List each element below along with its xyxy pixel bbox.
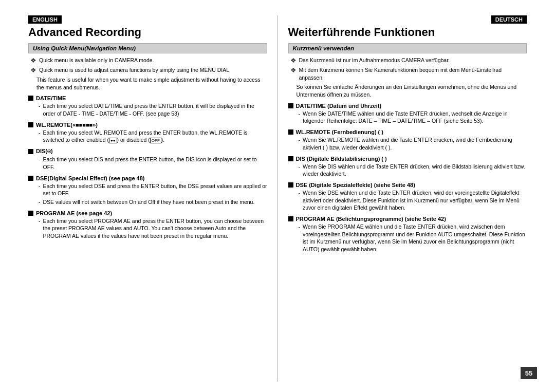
square-icon <box>288 103 293 108</box>
item-text: Wenn Sie PROGRAM AE wählen und die Taste… <box>303 223 527 253</box>
right-section-dse: DSE (Digitale Spezialeffekte) (siehe Sei… <box>288 182 527 188</box>
square-icon <box>288 216 293 221</box>
item-text: Wenn Sie DATE/TIME wählen und die Taste … <box>303 110 527 125</box>
right-title: Weiterführende Funktionen <box>288 26 527 39</box>
right-programae-item: - Wenn Sie PROGRAM AE wählen und die Tas… <box>288 223 527 253</box>
square-icon <box>288 129 293 135</box>
square-icon <box>28 149 33 154</box>
right-datetime-item: - Wenn Sie DATE/TIME wählen und die Tast… <box>288 110 527 125</box>
dash-icon: - <box>299 136 301 144</box>
section-label: DSE(Digital Special Effect) (see page 48… <box>36 175 145 181</box>
bullet-text: Quick menu is used to adjust camera func… <box>39 66 231 74</box>
bullet-symbol: ❖ <box>290 66 297 74</box>
left-datetime-item: - Each time you select DATE/TIME and pre… <box>28 102 267 117</box>
item-text: Each time you select DATE/TIME and press… <box>43 102 267 117</box>
bullet-symbol: ❖ <box>30 57 36 64</box>
dash-icon: - <box>39 217 41 225</box>
left-title: Advanced Recording <box>28 26 267 39</box>
left-dse-item-1: - Each time you select DSE and press the… <box>28 182 267 197</box>
left-column: ENGLISH Advanced Recording Using Quick M… <box>21 15 278 382</box>
dash-icon: - <box>39 102 41 110</box>
square-icon <box>28 122 33 127</box>
right-section-wlremote: WL.REMOTE (Fernbedienung) ( ) <box>288 129 527 135</box>
item-text: DSE values will not switch between On an… <box>43 198 255 206</box>
right-section-programae: PROGRAM AE (Belichtungsprogramme) (siehe… <box>288 216 527 222</box>
left-section-datetime: DATE/TIME <box>28 95 267 101</box>
square-icon <box>28 176 33 181</box>
right-section-dis: DIS (Digitale Bildstabilisierung) ( ) <box>288 156 527 162</box>
right-bullet-2: ❖ Mit dem Kurzmenü können Sie Kamerafunk… <box>288 66 527 81</box>
left-dse-item-2: - DSE values will not switch between On … <box>28 198 267 206</box>
square-icon <box>28 96 33 101</box>
left-bullet-2: ❖ Quick menu is used to adjust camera fu… <box>28 66 267 74</box>
dash-icon: - <box>39 156 41 163</box>
right-dse-item: - Wenn Sie DSE wählen und die Taste ENTE… <box>288 189 527 212</box>
bullet-text: Mit dem Kurzmenü können Sie Kamerafunkti… <box>299 66 527 81</box>
right-section-datetime: DATE/TIME (Datum und Uhrzeit) <box>288 103 527 109</box>
left-section-dse: DSE(Digital Special Effect) (see page 48… <box>28 175 267 181</box>
item-text: Each time you select WL.REMOTE and press… <box>43 129 267 144</box>
bullet-symbol: ❖ <box>30 66 36 74</box>
dash-icon: - <box>299 163 301 171</box>
dash-icon: - <box>39 129 41 137</box>
item-text: Wenn Sie DSE wählen und die Taste ENTER … <box>303 189 527 212</box>
left-section-dis: DIS(⦾) <box>28 148 267 155</box>
item-text: Wenn Sie WL.REMOTE wählen und die Taste … <box>303 136 527 151</box>
right-wlremote-item: - Wenn Sie WL.REMOTE wählen und die Tast… <box>288 136 527 151</box>
section-label: WL.REMOTE(«■■■■■») <box>36 122 98 128</box>
bullet-symbol: ❖ <box>290 57 297 64</box>
page-number: 55 <box>521 367 537 379</box>
dash-icon: - <box>299 110 301 118</box>
left-lang-badge: ENGLISH <box>28 15 62 24</box>
dash-icon: - <box>39 198 41 206</box>
section-label: DSE (Digitale Spezialeffekte) (siehe Sei… <box>296 182 415 188</box>
section-label: PROGRAM AE (Belichtungsprogramme) (siehe… <box>296 216 446 222</box>
left-dis-item: - Each time you select DIS and press the… <box>28 156 267 171</box>
square-icon <box>28 211 33 216</box>
left-indent-text: This feature is useful for when you want… <box>28 76 267 91</box>
right-lang-badge: DEUTSCH <box>491 15 527 24</box>
dash-icon: - <box>299 223 301 231</box>
right-column: DEUTSCH Weiterführende Funktionen Kurzme… <box>278 15 535 382</box>
item-text: Each time you select DIS and press the E… <box>43 156 267 171</box>
item-text: Wenn Sie DIS wählen und die Taste ENTER … <box>303 163 527 178</box>
left-section-programae: PROGRAM AE (see page 42) <box>28 210 267 216</box>
square-icon <box>288 182 293 188</box>
item-text: Each time you select PROGRAM AE and pres… <box>43 217 267 240</box>
square-icon <box>288 156 293 161</box>
left-section-wlremote: WL.REMOTE(«■■■■■») <box>28 122 267 128</box>
left-wlremote-item: - Each time you select WL.REMOTE and pre… <box>28 129 267 144</box>
dash-icon: - <box>299 189 301 197</box>
section-label: WL.REMOTE (Fernbedienung) ( ) <box>296 129 383 135</box>
section-label: PROGRAM AE (see page 42) <box>36 210 112 216</box>
dash-icon: - <box>39 182 41 190</box>
right-dis-item: - Wenn Sie DIS wählen und die Taste ENTE… <box>288 163 527 178</box>
left-subsection-header: Using Quick Menu(Navigation Menu) <box>28 43 267 53</box>
section-label: DATE/TIME <box>36 95 66 101</box>
right-bullet-1: ❖ Das Kurzmenü ist nur im Aufnahmemodus … <box>288 57 527 64</box>
right-indent-text: So können Sie einfache Änderungen an den… <box>288 83 527 98</box>
left-programae-item: - Each time you select PROGRAM AE and pr… <box>28 217 267 240</box>
item-text: Each time you select DSE and press the E… <box>43 182 267 197</box>
bullet-text: Das Kurzmenü ist nur im Aufnahmemodus CA… <box>299 57 450 64</box>
section-label: DIS(⦾) <box>36 148 53 155</box>
right-subsection-header: Kurzmenü verwenden <box>288 43 527 53</box>
left-bullet-1: ❖ Quick menu is available only in CAMERA… <box>28 57 267 64</box>
section-label: DIS (Digitale Bildstabilisierung) ( ) <box>296 156 387 162</box>
section-label: DATE/TIME (Datum und Uhrzeit) <box>296 103 382 109</box>
bullet-text: Quick menu is available only in CAMERA m… <box>39 57 154 64</box>
